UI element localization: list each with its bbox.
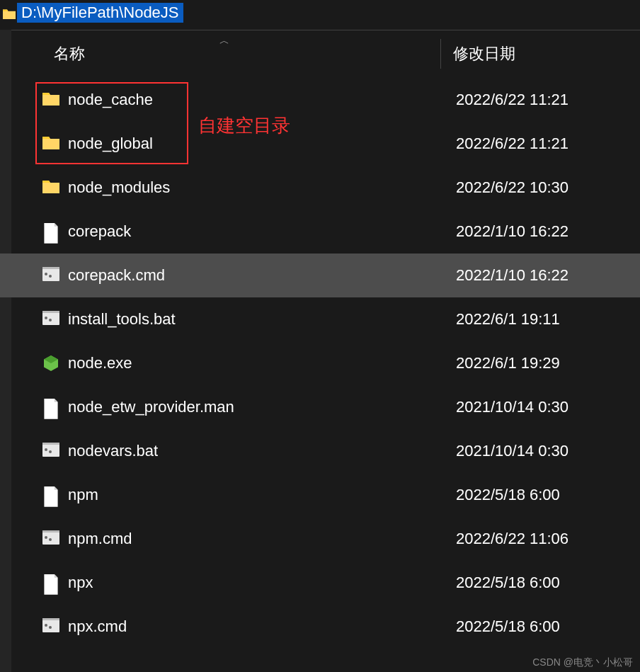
file-row[interactable]: corepack2022/1/10 16:22	[0, 210, 640, 254]
file-date: 2022/6/1 19:11	[450, 310, 560, 329]
svg-point-21	[49, 626, 52, 629]
file-row[interactable]: install_tools.bat2022/6/1 19:11	[0, 297, 640, 341]
svg-point-3	[49, 275, 52, 278]
sort-caret-icon: ︿	[219, 35, 229, 47]
file-name: npm	[68, 486, 450, 504]
file-name: npm.cmd	[68, 530, 450, 548]
file-date: 2021/10/14 0:30	[450, 442, 568, 460]
file-date: 2022/1/10 16:22	[450, 266, 568, 285]
file-row[interactable]: node_global2022/6/22 11:21	[0, 122, 640, 166]
file-row[interactable]: npx2022/5/18 6:00	[0, 561, 640, 605]
file-name: node_cache	[68, 91, 450, 109]
cmd-icon	[42, 311, 59, 328]
folder-icon	[42, 179, 59, 196]
node-icon	[42, 355, 59, 372]
file-name: node_global	[68, 135, 450, 153]
file-name: node_modules	[68, 178, 450, 197]
file-date: 2022/6/22 11:21	[450, 91, 568, 109]
svg-rect-11	[42, 443, 59, 445]
svg-point-20	[45, 624, 47, 627]
svg-point-13	[49, 450, 52, 453]
address-path[interactable]: D:\MyFilePath\NodeJS	[17, 3, 183, 23]
file-date: 2022/6/1 19:29	[450, 354, 560, 372]
file-row[interactable]: node_etw_provider.man2021/10/14 0:30	[0, 385, 640, 429]
column-header-date[interactable]: 修改日期	[447, 43, 515, 64]
file-row[interactable]: node_modules2022/6/22 10:30	[0, 166, 640, 210]
file-row[interactable]: node.exe2022/6/1 19:29	[0, 341, 640, 385]
svg-rect-19	[42, 618, 59, 620]
file-date: 2022/5/18 6:00	[450, 574, 560, 592]
file-name: npx	[68, 574, 450, 592]
file-row[interactable]: npm.cmd2022/6/22 11:06	[0, 517, 640, 561]
file-icon	[42, 399, 59, 416]
file-name: nodevars.bat	[68, 442, 450, 460]
column-header-row: ︿ 名称 修改日期	[0, 30, 640, 78]
folder-icon	[42, 135, 59, 152]
cmd-icon	[42, 443, 59, 460]
file-row[interactable]: node_cache2022/6/22 11:21	[0, 78, 640, 122]
file-date: 2022/6/22 10:30	[450, 178, 568, 197]
folder-icon	[42, 91, 59, 108]
folder-icon	[3, 8, 16, 18]
file-name: corepack.cmd	[68, 266, 450, 285]
file-name: install_tools.bat	[68, 310, 450, 329]
cmd-icon	[42, 530, 59, 547]
file-date: 2022/6/22 11:06	[450, 530, 568, 548]
file-list: 自建空目录 node_cache2022/6/22 11:21node_glob…	[0, 78, 640, 649]
file-name: node_etw_provider.man	[68, 398, 450, 416]
file-icon	[42, 574, 59, 591]
file-date: 2021/10/14 0:30	[450, 398, 568, 416]
address-bar[interactable]: D:\MyFilePath\NodeJS	[0, 0, 640, 25]
cmd-icon	[42, 618, 59, 635]
svg-point-16	[45, 536, 47, 539]
svg-rect-1	[42, 267, 59, 269]
svg-point-12	[45, 448, 47, 451]
svg-point-6	[45, 317, 47, 319]
cmd-icon	[42, 267, 59, 284]
file-date: 2022/6/22 11:21	[450, 135, 568, 153]
file-icon	[42, 486, 59, 503]
svg-point-2	[45, 273, 47, 275]
file-row[interactable]: npx.cmd2022/5/18 6:00	[0, 605, 640, 649]
svg-rect-5	[42, 311, 59, 313]
file-row[interactable]: corepack.cmd2022/1/10 16:22	[0, 254, 640, 297]
svg-point-17	[49, 538, 52, 541]
file-name: corepack	[68, 222, 450, 241]
file-date: 2022/5/18 6:00	[450, 486, 560, 504]
file-row[interactable]: nodevars.bat2021/10/14 0:30	[0, 429, 640, 473]
column-separator[interactable]	[440, 39, 441, 69]
file-name: node.exe	[68, 354, 450, 372]
svg-rect-15	[42, 530, 59, 533]
file-date: 2022/5/18 6:00	[450, 617, 560, 636]
watermark: CSDN @电竞丶小松哥	[532, 656, 633, 669]
file-row[interactable]: npm2022/5/18 6:00	[0, 473, 640, 517]
file-name: npx.cmd	[68, 617, 450, 636]
file-date: 2022/1/10 16:22	[450, 222, 568, 241]
svg-point-7	[49, 319, 52, 321]
file-icon	[42, 223, 59, 240]
